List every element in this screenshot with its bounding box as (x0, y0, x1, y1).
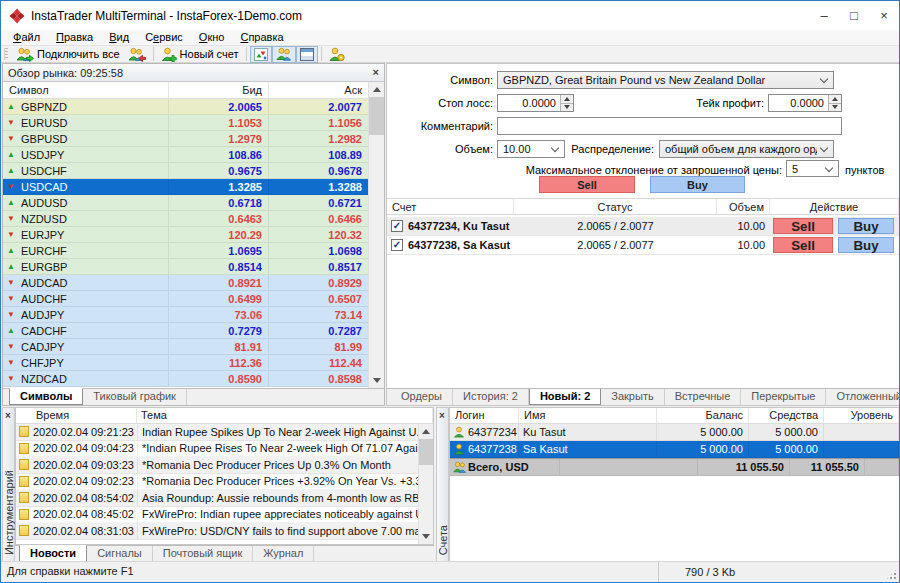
toolbox-toggle-button[interactable] (296, 46, 318, 63)
list-item[interactable]: 2020.02.04 09:04:23 *Indian Rupee Rises … (16, 441, 418, 458)
table-row[interactable]: EURUSD 1.1053 1.1056 (3, 115, 369, 131)
table-row[interactable]: 64377238, Sa Kasut 2.0065 / 2.0077 10.00… (387, 236, 899, 255)
list-item[interactable]: 2020.02.04 09:21:23 Indian Rupee Spikes … (16, 424, 418, 441)
table-row[interactable]: AUDCHF 0.6499 0.6507 (3, 291, 369, 307)
tab[interactable]: Журнал (253, 546, 314, 562)
menu-item[interactable]: Файл (5, 30, 48, 45)
scroll-down-icon[interactable] (369, 373, 384, 388)
column-level[interactable]: Уровень (824, 408, 899, 423)
spinner-down-icon[interactable] (561, 103, 573, 112)
scroll-down-icon[interactable] (419, 529, 433, 544)
comment-field[interactable] (497, 117, 842, 135)
tab[interactable]: Символы (9, 388, 83, 405)
buy-button[interactable]: Buy (838, 218, 894, 234)
tab[interactable]: Тиковый график (83, 389, 187, 405)
list-item[interactable]: 2020.02.04 08:54:02 Asia Roundup: Aussie… (16, 490, 418, 507)
column-time[interactable]: Время (16, 408, 137, 423)
table-row[interactable]: CADJPY 81.91 81.99 (3, 339, 369, 355)
scrollbar-thumb[interactable] (369, 97, 384, 135)
table-row[interactable]: GBPNZD 2.0065 2.0077 (3, 99, 369, 115)
column-bid[interactable]: Бид (169, 82, 269, 98)
tab[interactable]: Отложенный: 2 (826, 389, 899, 405)
table-row[interactable]: Всего, USD 11 055.50 11 055.50 (450, 458, 899, 476)
tab[interactable]: Новый: 2 (529, 388, 601, 405)
column-name[interactable]: Имя (519, 408, 657, 423)
deviation-select[interactable]: 5 (786, 160, 839, 177)
column-volume[interactable]: Объем (717, 199, 770, 214)
connect-all-button[interactable]: Подключить все (12, 46, 124, 63)
column-balance[interactable]: Баланс (657, 408, 749, 423)
table-row[interactable]: USDJPY 108.86 108.89 (3, 147, 369, 163)
table-row[interactable]: USDCHF 0.9675 0.9678 (3, 163, 369, 179)
tab[interactable]: Закрыть (601, 389, 664, 405)
column-equity[interactable]: Средства (749, 408, 824, 423)
table-row[interactable]: 64377238 Sa Kasut 5 000.00 5 000.00 (450, 441, 899, 458)
column-topic[interactable]: Тема (137, 408, 433, 423)
accounts-toggle-button[interactable] (272, 46, 296, 63)
table-row[interactable]: AUDUSD 0.6718 0.6721 (3, 195, 369, 211)
column-symbol[interactable]: Символ (3, 82, 169, 98)
minimize-button[interactable]: – (809, 1, 839, 30)
buy-button[interactable]: Buy (650, 176, 745, 193)
table-row[interactable]: USDCAD 1.3285 1.3288 (3, 179, 369, 195)
sell-button[interactable]: Sell (773, 218, 833, 234)
sell-button[interactable]: Sell (773, 237, 833, 253)
scrollbar-track[interactable] (369, 135, 384, 373)
menu-item[interactable]: Вид (101, 30, 137, 45)
toolbar-grip[interactable] (4, 48, 8, 60)
table-row[interactable]: NZDCAD 0.8590 0.8598 (3, 371, 369, 387)
stop-loss-stepper[interactable]: 0.0000 (497, 94, 574, 112)
tab[interactable]: Почтовый ящик (153, 546, 253, 562)
symbol-select[interactable]: GBPNZD, Great Britain Pound vs New Zeala… (497, 71, 834, 89)
close-icon[interactable]: × (439, 411, 445, 420)
account-checkbox[interactable] (391, 220, 403, 232)
spinner-up-icon[interactable] (561, 95, 573, 103)
buy-button[interactable]: Buy (838, 237, 894, 253)
table-row[interactable]: 64377234, Ku Tasut 2.0065 / 2.0077 10.00… (387, 217, 899, 236)
scroll-up-icon[interactable] (369, 82, 384, 97)
table-row[interactable]: EURGBP 0.8514 0.8517 (3, 259, 369, 275)
menu-item[interactable]: Окно (191, 30, 233, 45)
column-action[interactable]: Действие (770, 199, 899, 214)
tab[interactable]: История: 2 (453, 389, 529, 405)
close-icon[interactable]: × (5, 411, 11, 420)
table-row[interactable]: EURJPY 120.29 120.32 (3, 227, 369, 243)
menu-item[interactable]: Правка (48, 30, 101, 45)
table-row[interactable]: CHFJPY 112.36 112.44 (3, 355, 369, 371)
tab[interactable]: Перекрытые (741, 389, 826, 405)
distribution-select[interactable]: общий объем для каждого ордера (659, 140, 834, 158)
column-ask[interactable]: Аск (269, 82, 369, 98)
column-status[interactable]: Статус (514, 199, 717, 214)
close-button[interactable]: × (869, 1, 899, 30)
column-login[interactable]: Логин (450, 408, 519, 423)
account-checkbox[interactable] (391, 239, 403, 251)
column-account[interactable]: Счет (387, 199, 514, 214)
list-item[interactable]: 2020.02.04 09:03:23 *Romania Dec Produce… (16, 457, 418, 474)
menu-item[interactable]: Сервис (137, 30, 191, 45)
list-item[interactable]: 2020.02.04 09:02:23 *Romania Dec Produce… (16, 474, 418, 491)
tab[interactable]: Сигналы (87, 546, 153, 562)
table-row[interactable]: NZDUSD 0.6463 0.6466 (3, 211, 369, 227)
menu-item[interactable]: Справка (232, 30, 291, 45)
take-profit-stepper[interactable]: 0.0000 (768, 94, 842, 112)
scrollbar-track[interactable] (419, 465, 433, 529)
table-row[interactable]: 64377234 Ku Tasut 5 000.00 5 000.00 (450, 424, 899, 441)
list-item[interactable]: 2020.02.04 08:45:02 FxWirePro: Indian ru… (16, 507, 418, 524)
new-account-button[interactable]: Новый счет (157, 46, 243, 63)
spinner-up-icon[interactable] (829, 95, 841, 103)
disconnect-all-button[interactable] (124, 46, 150, 63)
market-watch-toggle-button[interactable] (250, 46, 272, 63)
table-row[interactable]: AUDCAD 0.8921 0.8929 (3, 275, 369, 291)
sell-button[interactable]: Sell (539, 176, 635, 193)
table-row[interactable]: GBPUSD 1.2979 1.2982 (3, 131, 369, 147)
close-icon[interactable]: × (373, 68, 379, 77)
spinner-down-icon[interactable] (829, 103, 841, 112)
list-item[interactable]: 2020.02.04 08:31:03 FxWirePro: USD/CNY f… (16, 523, 418, 540)
table-row[interactable]: AUDJPY 73.06 73.14 (3, 307, 369, 323)
tab[interactable]: Ордеры (391, 389, 453, 405)
scroll-up-icon[interactable] (419, 424, 433, 439)
scrollbar-thumb[interactable] (419, 439, 433, 465)
account-settings-button[interactable] (325, 46, 349, 63)
table-row[interactable]: EURCHF 1.0695 1.0698 (3, 243, 369, 259)
maximize-button[interactable]: □ (839, 1, 869, 30)
